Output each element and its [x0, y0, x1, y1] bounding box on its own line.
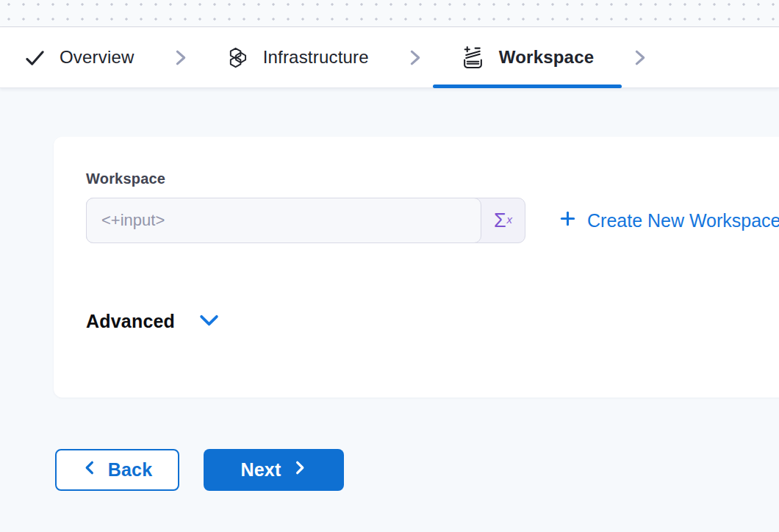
- workspace-field-label: Workspace: [86, 170, 776, 187]
- create-link-label: Create New Workspace: [587, 210, 779, 231]
- step-infrastructure[interactable]: Infrastructure: [198, 27, 397, 87]
- active-step-indicator: [433, 85, 622, 88]
- hexagons-icon: [226, 46, 249, 69]
- step-overview[interactable]: Overview: [0, 27, 162, 87]
- step-overview-label: Overview: [60, 47, 134, 68]
- chevron-right-icon: [292, 459, 307, 481]
- wizard-actions: Back Next: [55, 449, 779, 491]
- back-button-label: Back: [108, 459, 153, 481]
- next-button[interactable]: Next: [204, 449, 344, 491]
- sigma-x-label: x: [507, 213, 513, 226]
- create-new-workspace-link[interactable]: Create New Workspace: [559, 210, 779, 231]
- chevron-right-separator-icon: [171, 48, 190, 68]
- workspace-card: Workspace Σx Create New Workspace Adv: [54, 137, 779, 398]
- chevron-down-icon: [198, 313, 220, 331]
- wizard-content: Workspace Σx Create New Workspace Adv: [0, 137, 779, 491]
- back-button[interactable]: Back: [55, 449, 179, 491]
- step-workspace[interactable]: Workspace: [433, 27, 622, 87]
- workspace-input[interactable]: [86, 198, 481, 243]
- chevron-right-separator-icon: [406, 48, 424, 68]
- chevron-left-icon: [82, 459, 98, 481]
- step-infrastructure-label: Infrastructure: [263, 47, 369, 68]
- advanced-toggle[interactable]: Advanced: [86, 311, 220, 332]
- step-workspace-label: Workspace: [499, 47, 594, 68]
- sigma-icon: Σ: [494, 209, 506, 232]
- workspace-stack-icon: [461, 46, 485, 70]
- wizard-stepper: Overview Infrastructure: [0, 27, 779, 88]
- workflow-canvas-background: [0, 0, 779, 27]
- check-icon: [24, 47, 46, 68]
- chevron-right-separator-icon: [631, 48, 649, 68]
- workspace-input-group: Σx: [86, 198, 525, 243]
- plus-icon: [559, 210, 576, 231]
- next-button-label: Next: [241, 459, 281, 481]
- advanced-label: Advanced: [86, 311, 175, 332]
- expression-editor-button[interactable]: Σx: [481, 198, 525, 242]
- workspace-field-row: Σx Create New Workspace: [86, 198, 776, 243]
